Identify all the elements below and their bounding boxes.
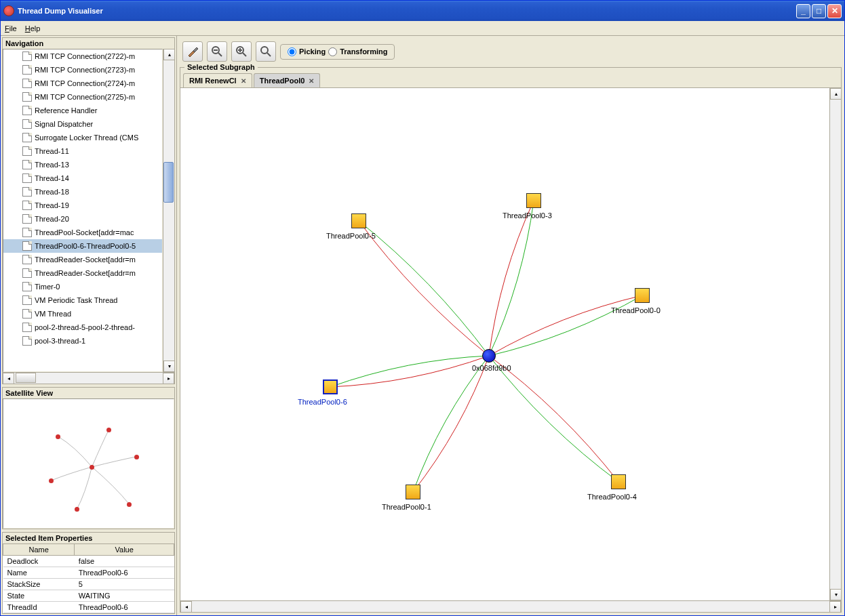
picking-radio[interactable]: Picking	[288, 47, 326, 56]
table-row[interactable]: StateWAITING	[3, 590, 174, 602]
transforming-radio-input[interactable]	[328, 47, 337, 56]
tree-item[interactable]: Thread-13	[3, 158, 162, 171]
graph-node-label: ThreadPool0-0	[611, 306, 661, 314]
tab-close-icon[interactable]: ✕	[241, 77, 246, 85]
sat-node	[106, 428, 111, 432]
tree-item[interactable]: RMI TCP Connection(2724)-m	[3, 77, 162, 90]
table-row[interactable]: StackSize5	[3, 579, 174, 590]
tree-item-label: ThreadPool-Socket[addr=mac	[35, 228, 134, 237]
menu-help[interactable]: Help	[25, 24, 41, 33]
graph-node[interactable]	[406, 485, 420, 499]
tree-item-label: VM Periodic Task Thread	[35, 296, 117, 304]
tree-item[interactable]: Thread-14	[3, 171, 162, 185]
tree-item[interactable]: ThreadReader-Socket[addr=m	[3, 266, 162, 280]
titlebar[interactable]: Thread Dump Visualiser _ □ ✕	[1, 1, 844, 21]
tree-item-label: ThreadReader-Socket[addr=m	[35, 255, 136, 264]
tree-item-label: Thread-11	[35, 147, 69, 155]
canvas-scroll-down[interactable]: ▾	[830, 589, 842, 600]
properties-header-name[interactable]: Name	[3, 544, 75, 556]
prop-value: WAITING	[75, 590, 174, 602]
navigation-panel: Navigation RMI TCP Connection(2722)-mRMI…	[2, 37, 175, 384]
tree-item[interactable]: ThreadPool-Socket[addr=mac	[3, 226, 162, 239]
hscroll-thumb[interactable]	[16, 373, 36, 383]
file-icon	[22, 309, 32, 319]
table-row[interactable]: NameThreadPool0-6	[3, 567, 174, 579]
sat-node	[127, 502, 132, 507]
sat-node	[75, 507, 79, 512]
scroll-down-button[interactable]: ▾	[163, 361, 174, 372]
tree-item[interactable]: pool-3-thread-1	[3, 334, 162, 348]
file-icon	[22, 241, 32, 251]
prop-value: ThreadPool0-6	[75, 567, 174, 579]
graph-node[interactable]	[611, 474, 626, 489]
table-row[interactable]: ThreadIdThreadPool0-6	[3, 602, 174, 613]
file-icon	[22, 106, 32, 115]
canvas-vscroll[interactable]: ▴ ▾	[829, 88, 841, 600]
tree-vscroll[interactable]: ▴ ▾	[163, 49, 174, 372]
tab[interactable]: ThreadPool0✕	[254, 73, 321, 87]
table-row[interactable]: Deadlockfalse	[3, 556, 174, 567]
prop-name: Deadlock	[3, 556, 75, 567]
tree-item[interactable]: Thread-18	[3, 185, 162, 199]
canvas-scroll-right[interactable]: ▸	[829, 601, 841, 613]
tree-item[interactable]: VM Periodic Task Thread	[3, 293, 162, 307]
tab[interactable]: RMI RenewCl✕	[183, 73, 252, 87]
tree-item[interactable]: Timer-0	[3, 280, 162, 293]
tree-item[interactable]: Signal Dispatcher	[3, 117, 162, 131]
close-button[interactable]: ✕	[827, 4, 842, 18]
tree-item[interactable]: RMI TCP Connection(2722)-m	[3, 49, 162, 63]
subgraph-panel: Selected Subgraph RMI RenewCl✕ThreadPool…	[180, 67, 842, 613]
canvas-hscroll[interactable]: ◂ ▸	[180, 600, 841, 612]
file-icon	[22, 173, 32, 183]
tree-hscroll[interactable]: ◂ ▸	[3, 372, 174, 384]
scroll-left-button[interactable]: ◂	[3, 373, 14, 384]
tree-item[interactable]: VM Thread	[3, 307, 162, 321]
tree-item[interactable]: pool-2-thread-5-pool-2-thread-	[3, 321, 162, 334]
graph-center-node[interactable]	[482, 349, 496, 363]
tree-item-label: RMI TCP Connection(2725)-m	[35, 93, 135, 101]
zoom-out-button[interactable]	[207, 41, 227, 62]
satellite-view[interactable]	[3, 398, 174, 529]
tree-item[interactable]: ThreadPool0-6-ThreadPool0-5	[3, 239, 162, 253]
tab-close-icon[interactable]: ✕	[309, 77, 314, 85]
tree-item-label: Surrogate Locker Thread (CMS	[35, 134, 138, 142]
menu-file[interactable]: File	[5, 24, 17, 33]
graph-node[interactable]	[526, 193, 541, 208]
mode-group: Picking Transforming	[280, 44, 395, 60]
zoom-in-button[interactable]	[231, 41, 252, 62]
graph-node[interactable]	[351, 213, 366, 228]
canvas-scroll-up[interactable]: ▴	[830, 88, 842, 100]
transforming-radio[interactable]: Transforming	[328, 47, 387, 56]
graph-node[interactable]	[635, 288, 650, 303]
scroll-up-button[interactable]: ▴	[163, 49, 174, 60]
graph-canvas[interactable]: 0x068fd9b0ThreadPool0-5ThreadPool0-3Thre…	[180, 88, 829, 600]
tree-item[interactable]: Thread-11	[3, 144, 162, 158]
tree-item[interactable]: Thread-20	[3, 212, 162, 226]
minimize-button[interactable]: _	[796, 4, 810, 18]
maximize-button[interactable]: □	[812, 4, 826, 18]
menubar: File Help	[1, 21, 844, 36]
sat-node	[49, 478, 54, 483]
brush-button[interactable]	[182, 41, 203, 62]
scroll-right-button[interactable]: ▸	[163, 373, 174, 384]
canvas-scroll-left[interactable]: ◂	[180, 601, 192, 613]
sat-center-node	[90, 465, 94, 470]
tree-item[interactable]: RMI TCP Connection(2725)-m	[3, 90, 162, 104]
file-icon	[22, 323, 32, 332]
app-icon	[3, 5, 14, 16]
tree-item[interactable]: ThreadReader-Socket[addr=m	[3, 253, 162, 266]
scroll-thumb[interactable]	[163, 162, 174, 203]
zoom-fit-button[interactable]	[256, 41, 276, 62]
tree-item[interactable]: RMI TCP Connection(2723)-m	[3, 63, 162, 77]
tree-item-label: Thread-19	[35, 201, 69, 209]
tree-item[interactable]: Surrogate Locker Thread (CMS	[3, 131, 162, 144]
thread-tree[interactable]: RMI TCP Connection(2722)-mRMI TCP Connec…	[3, 49, 163, 372]
file-icon	[22, 52, 32, 61]
tree-item[interactable]: Reference Handler	[3, 104, 162, 117]
tree-item[interactable]: Thread-19	[3, 199, 162, 212]
properties-header-value[interactable]: Value	[75, 544, 174, 556]
file-icon	[22, 295, 32, 305]
graph-node[interactable]	[323, 379, 338, 394]
svg-line-1	[218, 53, 222, 56]
picking-radio-input[interactable]	[288, 47, 296, 56]
